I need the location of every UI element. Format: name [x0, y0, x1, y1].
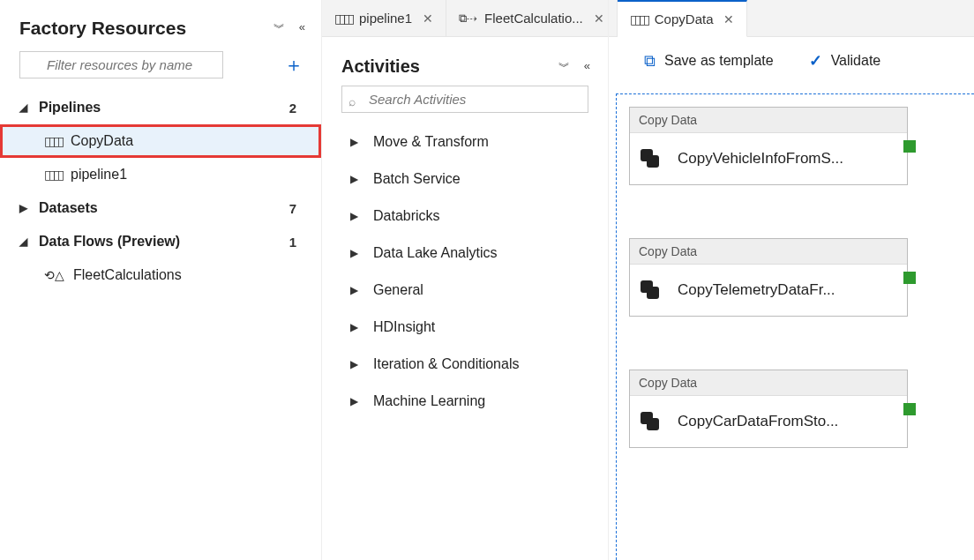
category-label: Batch Service	[373, 171, 461, 187]
activity-category-hdinsight[interactable]: ▶HDInsight	[334, 309, 596, 346]
activity-category-batch-service[interactable]: ▶Batch Service	[334, 161, 596, 198]
category-label: HDInsight	[373, 319, 435, 335]
caret-down-icon: ◢	[19, 101, 30, 114]
save-as-template-button[interactable]: ⧉ Save as template	[644, 52, 774, 71]
caret-right-icon: ▶	[350, 136, 361, 148]
group-count: 1	[289, 235, 296, 250]
activity-category-iteration-conditionals[interactable]: ▶Iteration & Conditionals	[334, 346, 596, 383]
caret-right-icon: ▶	[350, 321, 361, 333]
caret-right-icon: ▶	[350, 247, 361, 259]
chevron-double-left-icon[interactable]: «	[584, 59, 588, 75]
activity-category-databricks[interactable]: ▶Databricks	[334, 198, 596, 235]
activity-node[interactable]: Copy DataCopyVehicleInfoFromS...	[629, 107, 908, 185]
caret-right-icon: ▶	[19, 202, 30, 214]
filter-resources-input[interactable]	[19, 51, 223, 78]
node-type-label: Copy Data	[630, 370, 907, 396]
item-label: FleetCalculations	[73, 267, 182, 283]
node-type-label: Copy Data	[630, 108, 907, 133]
group-label: Data Flows (Preview)	[39, 234, 180, 250]
activity-node[interactable]: Copy DataCopyTelemetryDataFr...	[629, 238, 908, 317]
caret-right-icon: ▶	[350, 395, 361, 407]
node-type-label: Copy Data	[630, 239, 907, 265]
copy-data-icon	[641, 280, 662, 300]
chevron-double-down-icon[interactable]: ︾	[558, 59, 568, 75]
dataflow-icon: ⟲△	[44, 268, 64, 282]
caret-down-icon: ◢	[19, 235, 30, 248]
pipeline-canvas-panel: ⧉ Save as template ✓ Validate Copy DataC…	[609, 0, 974, 560]
caret-right-icon: ▶	[350, 173, 361, 185]
node-name: CopyVehicleInfoFromS...	[678, 150, 843, 168]
tree-group-pipelines[interactable]: ◢Pipelines2	[0, 91, 321, 124]
activity-node[interactable]: Copy DataCopyCarDataFromSto...	[629, 370, 908, 448]
group-label: Datasets	[39, 200, 98, 216]
activity-category-machine-learning[interactable]: ▶Machine Learning	[334, 383, 596, 420]
add-resource-button[interactable]: ＋	[284, 52, 303, 78]
item-label: CopyData	[71, 133, 133, 149]
pipeline-icon: ◫◫	[44, 134, 62, 148]
tree-group-data-flows-preview-[interactable]: ◢Data Flows (Preview)1	[0, 225, 321, 258]
tree-item-copydata[interactable]: ◫◫CopyData	[0, 124, 321, 158]
canvas-toolbar: ⧉ Save as template ✓ Validate	[609, 37, 974, 81]
copy-data-icon	[641, 412, 662, 431]
success-connector[interactable]	[903, 140, 916, 153]
caret-right-icon: ▶	[350, 358, 361, 370]
activity-category-data-lake-analytics[interactable]: ▶Data Lake Analytics	[334, 235, 596, 272]
caret-right-icon: ▶	[350, 284, 361, 296]
factory-resources-panel: Factory Resources ︾ « ⌕ ＋ ◢Pipelines2◫◫C…	[0, 0, 322, 560]
search-icon: ⌕	[348, 94, 356, 108]
validate-button[interactable]: ✓ Validate	[809, 51, 881, 71]
category-label: Iteration & Conditionals	[373, 356, 519, 372]
search-activities-input[interactable]	[341, 86, 588, 113]
category-label: Databricks	[373, 208, 440, 224]
category-label: Machine Learning	[373, 393, 485, 409]
check-icon: ✓	[809, 51, 822, 71]
activity-category-move-transform[interactable]: ▶Move & Transform	[334, 123, 596, 161]
category-label: Move & Transform	[373, 134, 489, 150]
caret-right-icon: ▶	[350, 210, 361, 222]
success-connector[interactable]	[903, 272, 916, 284]
pipeline-icon: ◫◫	[44, 168, 62, 182]
panel-title: Factory Resources	[19, 18, 186, 39]
tree-item-pipeline1[interactable]: ◫◫pipeline1	[0, 158, 321, 191]
copy-data-icon	[641, 149, 662, 168]
validate-label: Validate	[831, 53, 881, 69]
group-count: 7	[289, 201, 296, 216]
save-template-label: Save as template	[664, 53, 774, 69]
pipeline-canvas[interactable]: Copy DataCopyVehicleInfoFromS...Copy Dat…	[616, 93, 974, 560]
category-label: Data Lake Analytics	[373, 245, 498, 261]
activities-panel: Activities ︾ « ⌕ ▶Move & Transform▶Batch…	[322, 0, 609, 560]
item-label: pipeline1	[71, 167, 127, 183]
success-connector[interactable]	[903, 403, 916, 415]
group-label: Pipelines	[39, 100, 101, 116]
chevron-double-down-icon[interactable]: ︾	[273, 20, 283, 36]
template-icon: ⧉	[644, 52, 656, 71]
activities-title: Activities	[341, 56, 420, 77]
category-label: General	[373, 282, 423, 298]
group-count: 2	[289, 101, 296, 116]
node-name: CopyCarDataFromSto...	[678, 413, 838, 430]
tree-item-fleetcalculations[interactable]: ⟲△FleetCalculations	[0, 258, 321, 292]
tree-group-datasets[interactable]: ▶Datasets7	[0, 191, 321, 225]
activity-category-general[interactable]: ▶General	[334, 272, 596, 309]
node-name: CopyTelemetryDataFr...	[678, 281, 835, 299]
chevron-double-left-icon[interactable]: «	[299, 20, 303, 36]
